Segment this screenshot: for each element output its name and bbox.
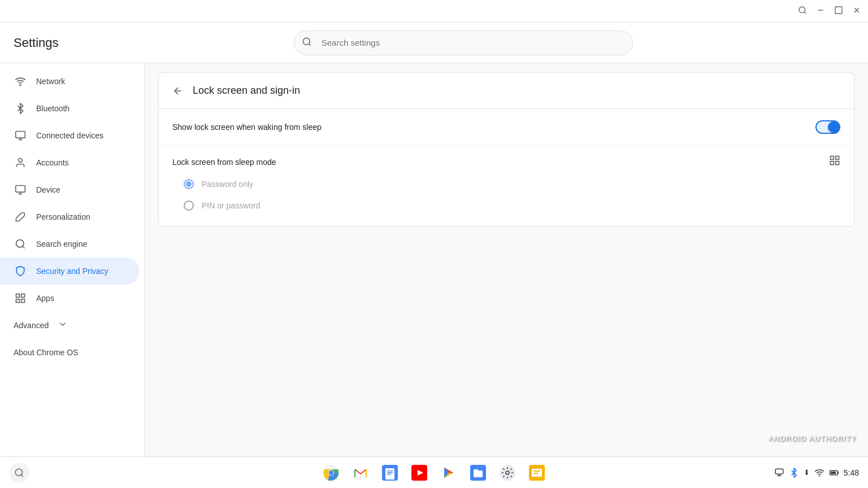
close-button[interactable] bbox=[852, 6, 861, 17]
zoom-icon[interactable] bbox=[798, 6, 807, 17]
taskbar-app-files[interactable] bbox=[465, 459, 492, 486]
svg-rect-17 bbox=[16, 294, 20, 298]
taskbar-app-slides[interactable] bbox=[523, 459, 550, 486]
svg-rect-22 bbox=[831, 156, 834, 160]
search-input[interactable] bbox=[294, 30, 633, 55]
svg-rect-9 bbox=[16, 132, 25, 138]
sidebar-item-device[interactable]: Device bbox=[0, 176, 140, 203]
svg-point-0 bbox=[799, 7, 805, 13]
svg-point-6 bbox=[303, 38, 310, 45]
sidebar-label-security-privacy: Security and Privacy bbox=[36, 267, 108, 276]
apps-icon bbox=[14, 293, 27, 304]
svg-rect-25 bbox=[831, 162, 834, 165]
sidebar-item-security-privacy[interactable]: Security and Privacy bbox=[0, 258, 140, 285]
toggle-knob bbox=[828, 121, 839, 133]
laptop-icon bbox=[14, 184, 27, 195]
lock-screen-mode-header: Lock screen from sleep mode bbox=[172, 155, 840, 169]
svg-point-49 bbox=[819, 475, 820, 476]
sidebar-label-bluetooth: Bluetooth bbox=[36, 104, 70, 113]
radio-circle-pin-or-password bbox=[184, 201, 194, 211]
download-icon: ⬇ bbox=[804, 468, 810, 477]
svg-rect-36 bbox=[387, 472, 393, 473]
svg-rect-3 bbox=[835, 7, 842, 14]
radio-option-password-only[interactable]: Password only bbox=[172, 173, 840, 195]
svg-rect-51 bbox=[831, 471, 836, 474]
content-header: Lock screen and sign-in bbox=[159, 73, 854, 109]
svg-rect-48 bbox=[775, 469, 783, 474]
sidebar-label-search-engine: Search engine bbox=[36, 239, 87, 249]
bluetooth-icon bbox=[14, 103, 27, 114]
sidebar-label-device: Device bbox=[36, 185, 60, 194]
sidebar-label-network: Network bbox=[36, 77, 65, 86]
shield-icon bbox=[14, 265, 27, 277]
sidebar-item-bluetooth[interactable]: Bluetooth bbox=[0, 95, 140, 122]
title-bar bbox=[0, 0, 868, 23]
svg-rect-47 bbox=[533, 473, 538, 474]
radio-option-pin-or-password[interactable]: PIN or password bbox=[172, 195, 840, 216]
svg-rect-20 bbox=[16, 299, 20, 303]
back-button[interactable] bbox=[172, 85, 184, 97]
content-title: Lock screen and sign-in bbox=[193, 85, 300, 97]
sidebar: Network Bluetooth Connected devices bbox=[0, 63, 145, 456]
sidebar-label-apps: Apps bbox=[36, 294, 54, 303]
svg-rect-46 bbox=[533, 470, 540, 472]
svg-rect-24 bbox=[836, 162, 839, 165]
svg-line-7 bbox=[309, 43, 310, 45]
radio-circle-password-only bbox=[184, 179, 194, 189]
app-title: Settings bbox=[14, 36, 59, 50]
main-content: Lock screen and sign-in Show lock screen… bbox=[145, 63, 868, 456]
sidebar-item-personalization[interactable]: Personalization bbox=[0, 203, 140, 230]
minimize-button[interactable] bbox=[816, 6, 825, 17]
svg-line-16 bbox=[23, 246, 25, 249]
restore-button[interactable] bbox=[834, 6, 843, 17]
taskbar-app-settings[interactable] bbox=[494, 459, 521, 486]
taskbar-right: ⬇ 5:48 bbox=[774, 468, 859, 478]
person-icon bbox=[14, 157, 27, 168]
search-nav-icon bbox=[14, 238, 27, 250]
sidebar-advanced[interactable]: Advanced bbox=[0, 312, 144, 339]
sidebar-item-accounts[interactable]: Accounts bbox=[0, 149, 140, 176]
taskbar-app-youtube[interactable] bbox=[406, 459, 433, 486]
sidebar-label-about: About Chrome OS bbox=[14, 348, 78, 357]
sidebar-item-network[interactable]: Network bbox=[0, 68, 140, 95]
sidebar-item-apps[interactable]: Apps bbox=[0, 285, 140, 312]
sidebar-label-advanced: Advanced bbox=[14, 321, 49, 330]
taskbar-left bbox=[9, 463, 29, 483]
radio-label-password-only: Password only bbox=[202, 180, 253, 189]
content-area: Lock screen and sign-in Show lock screen… bbox=[158, 72, 854, 226]
svg-point-31 bbox=[329, 470, 333, 475]
app-body: Network Bluetooth Connected devices bbox=[0, 63, 868, 456]
taskbar-app-play-store[interactable] bbox=[435, 459, 462, 486]
svg-rect-13 bbox=[16, 186, 25, 193]
battery-icon bbox=[829, 468, 839, 478]
taskbar-app-docs[interactable] bbox=[376, 459, 403, 486]
wifi-icon bbox=[14, 76, 27, 87]
sidebar-item-connected-devices[interactable]: Connected devices bbox=[0, 122, 140, 149]
sidebar-about-chrome-os[interactable]: About Chrome OS bbox=[0, 339, 144, 366]
grid-icon bbox=[829, 155, 840, 169]
sidebar-label-connected-devices: Connected devices bbox=[36, 131, 103, 140]
svg-rect-35 bbox=[387, 470, 393, 472]
search-icon bbox=[302, 37, 312, 49]
sidebar-label-personalization: Personalization bbox=[36, 212, 90, 221]
devices-icon bbox=[14, 130, 27, 141]
lock-screen-mode-label: Lock screen from sleep mode bbox=[172, 158, 276, 167]
svg-rect-37 bbox=[387, 474, 391, 475]
svg-point-26 bbox=[15, 469, 22, 476]
lock-screen-sleep-toggle[interactable] bbox=[815, 120, 840, 134]
taskbar-search-button[interactable] bbox=[9, 463, 29, 483]
notification-icon bbox=[774, 468, 784, 478]
taskbar-center bbox=[318, 459, 550, 486]
svg-line-1 bbox=[804, 12, 806, 14]
sidebar-item-search-engine[interactable]: Search engine bbox=[0, 230, 140, 258]
clock: 5:48 bbox=[844, 468, 859, 477]
taskbar-app-chrome[interactable] bbox=[318, 459, 345, 486]
svg-point-8 bbox=[20, 85, 21, 86]
taskbar-app-gmail[interactable] bbox=[347, 459, 374, 486]
sidebar-label-accounts: Accounts bbox=[36, 158, 69, 167]
svg-rect-23 bbox=[836, 156, 839, 160]
lock-screen-mode-setting: Lock screen from sleep mode Password onl… bbox=[159, 146, 854, 226]
svg-rect-19 bbox=[21, 299, 25, 303]
taskbar: ⬇ 5:48 bbox=[0, 456, 868, 488]
taskbar-bluetooth-icon bbox=[789, 468, 799, 478]
